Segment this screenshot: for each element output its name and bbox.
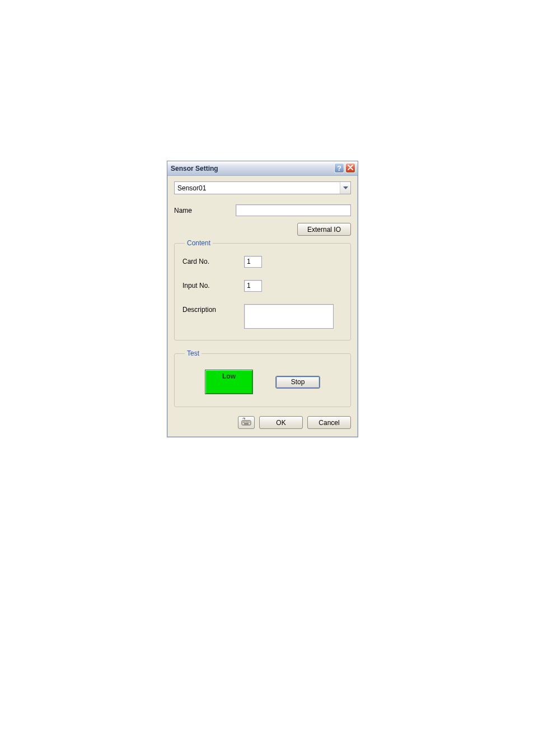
- dialog-footer: OK Cancel: [174, 416, 351, 429]
- svg-rect-3: [246, 422, 247, 423]
- cancel-button[interactable]: Cancel: [307, 416, 351, 429]
- titlebar-buttons: ?: [334, 163, 355, 173]
- input-no-row: Input No. 1: [182, 280, 343, 292]
- input-no-label: Input No.: [182, 280, 244, 290]
- description-label: Description: [182, 304, 244, 314]
- external-io-row: External IO: [174, 223, 351, 236]
- external-io-button[interactable]: External IO: [297, 223, 351, 236]
- help-button[interactable]: ?: [334, 163, 344, 173]
- keyboard-icon: [241, 418, 251, 427]
- card-no-field[interactable]: 1: [244, 256, 262, 268]
- dialog-title: Sensor Setting: [171, 165, 218, 172]
- svg-rect-5: [249, 422, 250, 423]
- svg-rect-4: [247, 422, 249, 423]
- svg-rect-0: [242, 421, 251, 425]
- sensor-setting-dialog: Sensor Setting ? Sensor01 Name External …: [167, 161, 358, 437]
- svg-rect-6: [244, 423, 249, 424]
- name-row: Name: [174, 204, 351, 216]
- sensor-select-value: Sensor01: [177, 184, 206, 192]
- content-legend: Content: [185, 239, 213, 247]
- test-legend: Test: [185, 349, 202, 357]
- titlebar: Sensor Setting ?: [167, 161, 358, 176]
- keyboard-button[interactable]: [238, 416, 255, 429]
- stop-button[interactable]: Stop: [275, 376, 320, 389]
- card-no-row: Card No. 1: [182, 256, 343, 268]
- input-no-field[interactable]: 1: [244, 280, 262, 292]
- name-field[interactable]: [236, 204, 351, 216]
- close-button[interactable]: [345, 163, 355, 173]
- test-inner: Low Stop: [182, 366, 343, 398]
- help-icon: ?: [337, 164, 341, 172]
- ok-button[interactable]: OK: [259, 416, 303, 429]
- svg-rect-2: [245, 422, 246, 423]
- card-no-label: Card No.: [182, 256, 244, 265]
- dialog-client-area: Sensor01 Name External IO Content Card N…: [167, 176, 358, 437]
- status-text: Low: [222, 372, 236, 380]
- chevron-down-icon: [340, 182, 350, 194]
- status-indicator: Low: [205, 370, 253, 394]
- test-group: Test Low Stop: [174, 349, 351, 407]
- name-label: Name: [174, 207, 236, 214]
- close-icon: [348, 164, 353, 172]
- description-field[interactable]: [244, 304, 334, 329]
- content-group: Content Card No. 1 Input No. 1 Descripti…: [174, 239, 351, 340]
- sensor-select[interactable]: Sensor01: [174, 181, 351, 194]
- description-row: Description: [182, 304, 343, 329]
- svg-rect-1: [243, 422, 244, 423]
